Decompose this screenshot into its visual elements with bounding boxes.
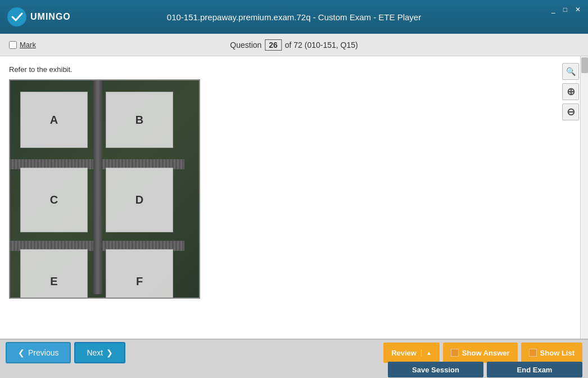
component-b: B (106, 92, 173, 148)
question-info: Question 26 of 72 (010-151, Q15) (230, 39, 358, 51)
content-area: Refer to the exhibit. A B C D E (0, 56, 588, 339)
main-content: Refer to the exhibit. A B C D E (0, 56, 588, 339)
title-bar: UMINGO 010-151.prepaway.premium.exam.72q… (0, 0, 588, 34)
end-exam-label: End Exam (517, 366, 553, 374)
title-text: 010-151.prepaway.premium.exam.72q - Cust… (167, 12, 421, 22)
previous-label: Previous (28, 348, 58, 357)
refer-text: Refer to the exhibit. (9, 65, 579, 74)
show-answer-button[interactable]: Show Answer (443, 343, 518, 363)
bottom-bar: ❮ Previous Next ❯ Review ▲ Show Answer S… (0, 339, 588, 378)
motherboard-image: A B C D E F (10, 80, 199, 298)
maximize-button[interactable]: □ (560, 4, 570, 15)
component-c: C (20, 168, 88, 232)
minimize-button[interactable]: _ (549, 4, 558, 15)
question-number: 26 (265, 39, 282, 51)
mark-label[interactable]: Mark (20, 40, 36, 49)
component-f: F (106, 249, 173, 299)
review-button[interactable]: Review ▲ (383, 343, 440, 363)
next-label: Next (87, 348, 103, 357)
review-dropdown-icon: ▲ (421, 350, 432, 356)
show-answer-check-icon (451, 349, 459, 357)
next-button[interactable]: Next ❯ (74, 342, 125, 363)
bottom-row-1: ❮ Previous Next ❯ Review ▲ Show Answer S… (0, 340, 588, 363)
mark-section: Mark (9, 40, 36, 49)
bottom-row-2: Save Session End Exam (0, 363, 588, 378)
close-button[interactable]: ✕ (572, 4, 584, 15)
zoom-controls: 🔍 ⊕ ⊖ (562, 63, 579, 120)
component-d: D (106, 168, 173, 232)
prev-arrow-icon: ❮ (18, 348, 25, 357)
component-e: E (20, 249, 88, 299)
logo: UMINGO (7, 7, 71, 27)
question-text: Question (230, 40, 261, 50)
window-controls: _ □ ✕ (549, 4, 584, 15)
svg-point-0 (7, 7, 26, 26)
save-session-label: Save Session (412, 366, 459, 374)
scrollbar-thumb[interactable] (581, 57, 588, 73)
center-connector (93, 80, 102, 294)
scrollbar-track[interactable] (580, 56, 588, 339)
show-list-label: Show List (540, 349, 575, 357)
question-total: of 72 (010-151, Q15) (285, 40, 358, 50)
show-answer-label: Show Answer (462, 349, 510, 357)
save-session-button[interactable]: Save Session (388, 362, 483, 377)
question-bar: Mark Question 26 of 72 (010-151, Q15) (0, 34, 588, 56)
exhibit-container: A B C D E F (9, 79, 200, 299)
review-label: Review (391, 349, 417, 357)
search-button[interactable]: 🔍 (562, 63, 579, 80)
mark-checkbox[interactable] (9, 41, 17, 49)
logo-text: UMINGO (30, 12, 71, 22)
previous-button[interactable]: ❮ Previous (6, 342, 71, 363)
show-list-button[interactable]: Show List (521, 343, 582, 363)
component-a: A (20, 92, 88, 148)
zoom-in-button[interactable]: ⊕ (562, 83, 579, 100)
logo-icon (7, 7, 27, 27)
zoom-out-button[interactable]: ⊖ (562, 104, 579, 120)
show-list-check-icon (529, 349, 537, 357)
next-arrow-icon: ❯ (106, 348, 113, 357)
end-exam-button[interactable]: End Exam (487, 362, 582, 377)
